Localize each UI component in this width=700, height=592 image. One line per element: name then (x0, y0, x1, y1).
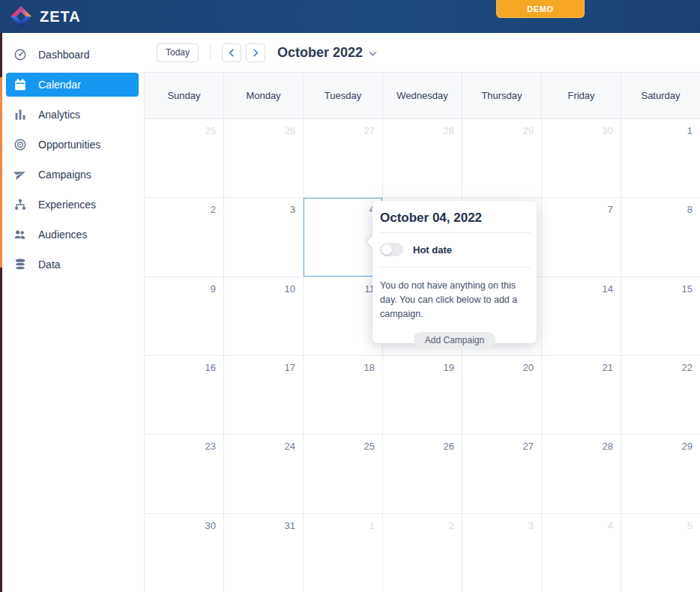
day-number: 4 (608, 520, 613, 531)
calendar-day-cell[interactable]: 21 (542, 356, 621, 434)
calendar-day-cell[interactable]: 17 (224, 356, 304, 434)
calendar-day-cell[interactable]: 2 (383, 514, 462, 592)
calendar-day-cell[interactable]: 16 (145, 356, 224, 434)
calendar-day-cell[interactable]: 27 (304, 119, 383, 197)
calendar-day-cell[interactable]: 18 (304, 356, 383, 434)
sidebar-item-calendar[interactable]: Calendar (6, 73, 139, 97)
sidebar-nav: DashboardCalendarAnalyticsOpportunitiesC… (0, 33, 144, 592)
calendar-day-cell[interactable]: 28 (383, 119, 462, 197)
calendar-day-cell[interactable]: 14 (542, 277, 621, 355)
prev-month-button[interactable] (222, 43, 241, 62)
sidebar-item-dashboard[interactable]: Dashboard (0, 40, 144, 70)
day-number: 10 (285, 283, 295, 295)
calendar-week-row: 16171819202122 (145, 356, 700, 435)
day-number: 18 (364, 362, 375, 373)
flow-tree-icon (13, 198, 27, 211)
sidebar-item-label: Experiences (38, 199, 96, 211)
day-number: 20 (523, 362, 534, 373)
calendar-day-cell[interactable]: 19 (383, 356, 462, 434)
day-number: 1 (369, 520, 375, 531)
calendar-day-cell[interactable]: 7 (542, 198, 621, 276)
day-number: 17 (285, 362, 295, 373)
day-number: 28 (603, 441, 613, 452)
hot-date-toggle[interactable] (380, 243, 403, 256)
day-number: 30 (205, 520, 216, 531)
next-month-button[interactable] (246, 43, 265, 62)
day-number: 26 (285, 125, 295, 136)
calendar-week-row: 23242526272829 (145, 435, 700, 513)
day-number: 27 (523, 441, 534, 452)
calendar-day-cell[interactable]: 29 (621, 435, 700, 513)
calendar-day-cell[interactable]: 30 (542, 119, 621, 197)
hot-date-label: Hot date (413, 244, 452, 256)
calendar-day-cell[interactable]: 5 (621, 514, 700, 592)
day-number: 24 (285, 441, 295, 452)
add-campaign-button[interactable]: Add Campaign (414, 332, 495, 348)
calendar-day-cell[interactable]: 31 (224, 514, 304, 592)
day-number: 26 (444, 441, 454, 452)
calendar-day-cell[interactable]: 23 (145, 435, 224, 513)
calendar-day-cell[interactable]: 26 (383, 435, 462, 513)
weekday-label: Saturday (621, 73, 700, 118)
sidebar-item-experiences[interactable]: Experiences (0, 190, 144, 220)
day-number: 5 (687, 520, 693, 531)
calendar-day-cell[interactable]: 15 (621, 277, 700, 355)
calendar-week-row: 2526272829301 (145, 119, 700, 198)
chevron-right-icon (253, 49, 259, 57)
sidebar-item-data[interactable]: Data (0, 250, 144, 280)
day-number: 25 (205, 125, 216, 136)
day-number: 25 (364, 441, 375, 452)
popover-empty-message: You do not have anything on this day. Yo… (372, 268, 537, 321)
calendar-day-cell[interactable]: 26 (224, 119, 304, 197)
calendar-day-cell[interactable]: 3 (462, 514, 542, 592)
day-popover: October 04, 2022 Hot date You do not hav… (372, 201, 537, 343)
calendar-day-cell[interactable]: 1 (304, 514, 383, 592)
calendar-day-cell[interactable]: 4 (542, 514, 621, 592)
calendar-day-cell[interactable]: 25 (304, 435, 383, 513)
sidebar-item-analytics[interactable]: Analytics (0, 100, 144, 130)
calendar-day-cell[interactable]: 30 (145, 514, 224, 592)
day-number: 2 (449, 520, 454, 531)
calendar-icon (13, 78, 27, 91)
calendar-day-cell[interactable]: 28 (542, 435, 621, 513)
calendar-toolbar: Today October 2022 (144, 33, 700, 72)
day-number: 29 (523, 125, 534, 136)
sidebar-item-audiences[interactable]: Audiences (0, 220, 144, 250)
calendar-day-cell[interactable]: 11 (304, 277, 383, 355)
day-number: 22 (682, 362, 693, 373)
calendar-day-cell[interactable]: 10 (224, 277, 304, 355)
today-button[interactable]: Today (157, 43, 199, 62)
weekday-label: Friday (542, 73, 621, 118)
calendar-day-cell[interactable]: 25 (145, 119, 224, 197)
calendar-day-cell[interactable]: 22 (621, 356, 700, 434)
day-number: 23 (205, 441, 216, 452)
day-number: 3 (528, 520, 534, 531)
chevron-left-icon (229, 49, 235, 57)
weekday-label: Thursday (462, 73, 542, 118)
hot-date-row: Hot date (372, 233, 537, 267)
calendar-day-cell[interactable]: 3 (224, 198, 304, 276)
sidebar-item-label: Dashboard (38, 49, 90, 61)
database-icon (13, 258, 27, 271)
month-title-dropdown[interactable]: October 2022 (277, 45, 377, 61)
day-number: 31 (285, 520, 295, 531)
target-icon (13, 138, 27, 151)
calendar-day-cell[interactable]: 2 (145, 198, 224, 276)
sidebar-item-label: Audiences (38, 229, 87, 241)
day-number: 16 (205, 362, 216, 373)
sidebar-item-opportunities[interactable]: Opportunities (0, 130, 144, 160)
calendar-day-cell[interactable]: 24 (224, 435, 304, 513)
calendar-day-cell[interactable]: 9 (145, 277, 224, 355)
calendar-day-cell[interactable]: 27 (462, 435, 542, 513)
sidebar-item-label: Calendar (38, 79, 81, 91)
calendar-day-cell[interactable]: 20 (462, 356, 542, 434)
weekday-header-row: SundayMondayTuesdayWednesdayThursdayFrid… (145, 72, 700, 119)
calendar-day-cell[interactable]: 29 (462, 119, 542, 197)
calendar-day-cell[interactable]: 8 (621, 198, 700, 276)
day-number: 8 (687, 204, 693, 215)
calendar-week-row: 303112345 (145, 514, 700, 592)
brand-logo: ZETA (10, 5, 81, 28)
day-number: 14 (603, 283, 613, 295)
calendar-day-cell[interactable]: 1 (621, 119, 700, 197)
sidebar-item-campaigns[interactable]: Campaigns (0, 160, 144, 190)
